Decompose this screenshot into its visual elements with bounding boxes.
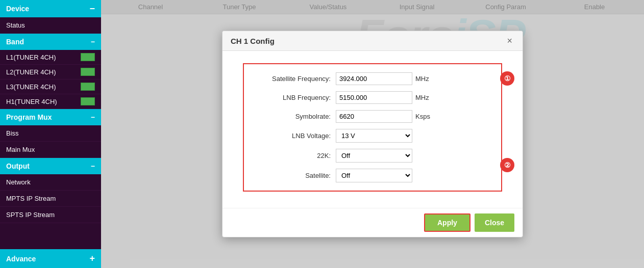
sidebar-advance-header[interactable]: Advance + [0, 249, 101, 268]
band-collapse-icon[interactable]: − [91, 38, 95, 46]
dialog-x-button[interactable]: × [505, 36, 514, 45]
symbolrate-row: Symbolrate: Ksps [254, 110, 491, 123]
band-label: Band [6, 38, 24, 46]
close-button[interactable]: Close [475, 213, 514, 232]
lnb-voltage-label: LNB Voltage: [254, 132, 336, 140]
lnb-voltage-select[interactable]: 13 V 18 V Off [336, 129, 412, 143]
output-label: Output [6, 162, 30, 170]
h1-band-icon [81, 97, 95, 105]
satellite-freq-input[interactable] [336, 72, 412, 85]
program-mux-label: Program Mux [6, 113, 52, 121]
l1-band-icon [81, 53, 95, 61]
sidebar: Device − Status Band − L1(TUNER 4CH) L2(… [0, 0, 101, 268]
device-label: Device [6, 5, 29, 13]
sidebar-item-l1[interactable]: L1(TUNER 4CH) [0, 50, 101, 65]
sidebar-item-biss[interactable]: Biss [0, 125, 101, 142]
symbolrate-label: Symbolrate: [254, 113, 336, 120]
l2-band-icon [81, 68, 95, 76]
22k-row: 22K: Off On [254, 149, 491, 163]
program-mux-collapse-icon[interactable]: − [91, 113, 95, 121]
satellite-label: Satellite: [254, 172, 336, 179]
sidebar-item-spts[interactable]: SPTS IP Stream [0, 207, 101, 223]
modal-overlay: CH 1 Config × ① Satellite Frequency: MHz [101, 0, 644, 268]
dialog-body: ① Satellite Frequency: MHz LNB Frequency… [222, 51, 523, 208]
lnb-freq-label: LNB Frequency: [254, 94, 336, 101]
dialog-title: CH 1 Config [231, 37, 275, 45]
satellite-select[interactable]: Off On [336, 169, 412, 182]
sidebar-item-mpts[interactable]: MPTS IP Stream [0, 191, 101, 207]
advance-expand-icon[interactable]: + [89, 253, 95, 264]
22k-select[interactable]: Off On [336, 149, 412, 163]
sidebar-item-l3[interactable]: L3(TUNER 4CH) [0, 79, 101, 94]
satellite-row: Satellite: Off On [254, 169, 491, 182]
lnb-freq-unit: MHz [415, 94, 429, 101]
sidebar-output-header[interactable]: Output − [0, 158, 101, 174]
lnb-freq-row: LNB Frequency: MHz [254, 91, 491, 104]
satellite-freq-row: Satellite Frequency: MHz [254, 72, 491, 85]
advance-label: Advance [6, 255, 36, 263]
sidebar-item-status[interactable]: Status [0, 17, 101, 34]
badge-1: ① [500, 71, 514, 86]
badge-2: ② [500, 158, 514, 172]
apply-button[interactable]: Apply [424, 213, 470, 232]
satellite-freq-label: Satellite Frequency: [254, 75, 336, 83]
device-collapse-icon[interactable]: − [89, 4, 95, 13]
lnb-freq-input[interactable] [336, 91, 412, 104]
main-content: Channel Tuner Type Value/Status Input Si… [101, 0, 644, 268]
output-collapse-icon[interactable]: − [91, 162, 95, 170]
sidebar-item-l2[interactable]: L2(TUNER 4CH) [0, 65, 101, 79]
sidebar-device-header[interactable]: Device − [0, 0, 101, 17]
symbolrate-input[interactable] [336, 110, 412, 123]
22k-label: 22K: [254, 152, 336, 159]
dialog-title-bar: CH 1 Config × [222, 31, 523, 51]
symbolrate-unit: Ksps [415, 113, 430, 120]
l3-band-icon [81, 83, 95, 91]
sidebar-band-header[interactable]: Band − [0, 34, 101, 50]
sidebar-item-network[interactable]: Network [0, 174, 101, 191]
lnb-voltage-row: LNB Voltage: 13 V 18 V Off [254, 129, 491, 143]
fields-box: Satellite Frequency: MHz LNB Frequency: … [243, 63, 502, 192]
sidebar-program-mux-header[interactable]: Program Mux − [0, 109, 101, 125]
satellite-freq-unit: MHz [415, 75, 429, 83]
dialog-footer: Apply Close [222, 208, 523, 237]
sidebar-item-main-mux[interactable]: Main Mux [0, 142, 101, 158]
sidebar-item-h1[interactable]: H1(TUNER 4CH) [0, 94, 101, 109]
dialog: CH 1 Config × ① Satellite Frequency: MHz [222, 31, 523, 237]
